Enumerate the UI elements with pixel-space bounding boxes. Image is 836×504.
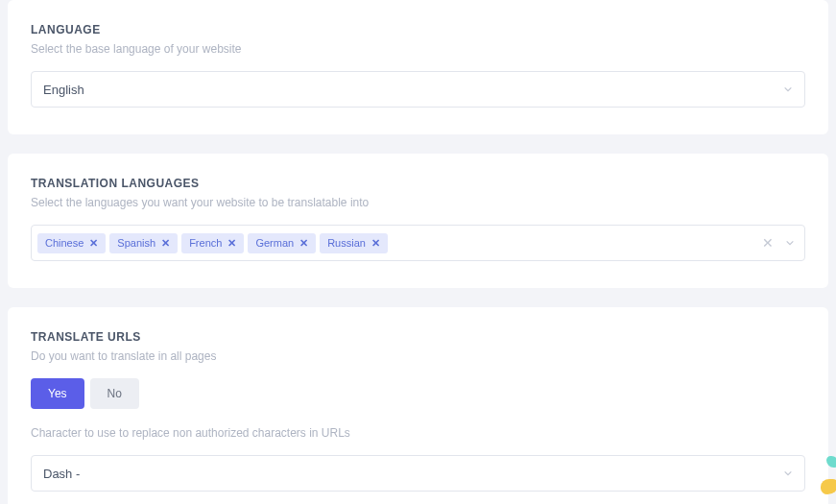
yes-button[interactable]: Yes <box>31 378 84 409</box>
language-card: LANGUAGE Select the base language of you… <box>8 0 828 134</box>
language-title: LANGUAGE <box>31 23 805 36</box>
tag-remove-icon[interactable]: ✕ <box>371 237 380 250</box>
translate-urls-card: TRANSLATE URLS Do you want to translate … <box>8 307 828 504</box>
tag-label: Chinese <box>45 237 84 249</box>
language-desc: Select the base language of your website <box>31 42 805 56</box>
translation-tag-input[interactable]: Chinese ✕ Spanish ✕ French ✕ German ✕ Ru… <box>31 225 805 261</box>
urls-title: TRANSLATE URLS <box>31 330 805 344</box>
urls-desc2: Character to use to replace non authoriz… <box>31 426 805 440</box>
tag-select-controls: ✕ <box>762 235 795 251</box>
chevron-down-icon[interactable] <box>785 238 795 248</box>
tag-remove-icon[interactable]: ✕ <box>227 237 236 250</box>
url-char-select[interactable]: Dash - <box>31 455 805 492</box>
tag-remove-icon[interactable]: ✕ <box>89 237 98 250</box>
no-button[interactable]: No <box>90 378 139 409</box>
language-tag: French ✕ <box>181 233 244 253</box>
language-select-value: English <box>43 83 783 97</box>
tag-label: German <box>255 237 294 249</box>
language-tag: Russian ✕ <box>320 233 388 253</box>
chevron-down-icon <box>783 468 793 478</box>
url-char-select-value: Dash - <box>43 467 783 481</box>
language-tag: German ✕ <box>248 233 316 253</box>
language-tag: Spanish ✕ <box>109 233 178 253</box>
tag-label: Russian <box>327 237 366 249</box>
urls-desc1: Do you want to translate in all pages <box>31 349 805 363</box>
language-tag: Chinese ✕ <box>37 233 106 253</box>
yes-no-toggle: Yes No <box>31 378 139 409</box>
tag-label: French <box>189 237 222 249</box>
language-select[interactable]: English <box>31 71 805 108</box>
tag-label: Spanish <box>117 237 155 249</box>
translation-desc: Select the languages you want your websi… <box>31 196 805 209</box>
clear-all-icon[interactable]: ✕ <box>762 235 774 251</box>
translation-title: TRANSLATION LANGUAGES <box>31 177 805 190</box>
chevron-down-icon <box>783 84 793 94</box>
tag-remove-icon[interactable]: ✕ <box>299 237 308 250</box>
tag-remove-icon[interactable]: ✕ <box>161 237 170 250</box>
translation-card: TRANSLATION LANGUAGES Select the languag… <box>8 154 828 288</box>
